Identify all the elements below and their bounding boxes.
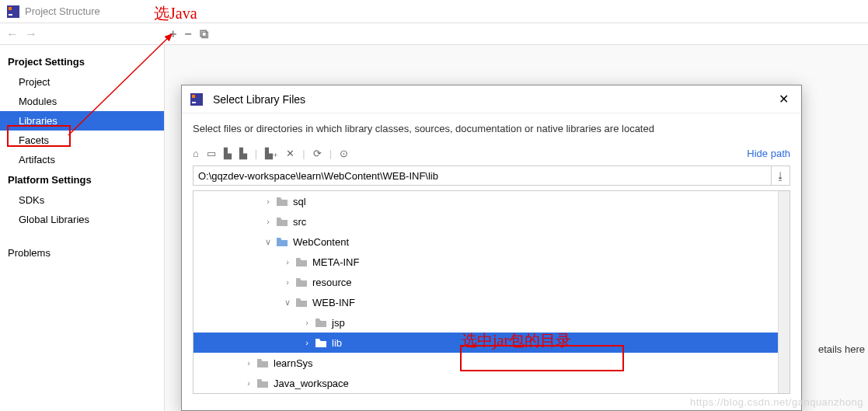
folder-icon	[256, 357, 269, 368]
sidebar-item-modules[interactable]: Modules	[0, 92, 164, 111]
library-toolbar: + − ⧉	[165, 27, 208, 41]
sidebar-item-artifacts[interactable]: Artifacts	[0, 150, 164, 169]
sidebar-item-project[interactable]: Project	[0, 72, 164, 92]
refresh-icon[interactable]: ⟳	[313, 148, 322, 159]
sidebar-item-global-libraries[interactable]: Global Libraries	[0, 210, 164, 229]
path-row: ⭳	[182, 165, 801, 186]
tree-item-meta-inf[interactable]: ›META-INF	[193, 252, 790, 272]
tree-item-src[interactable]: ›src	[193, 211, 790, 232]
chevron-right-icon[interactable]: ›	[302, 338, 312, 347]
folder-icon	[295, 297, 308, 308]
sidebar-item-facets[interactable]: Facets	[0, 131, 164, 150]
tree-item-lib[interactable]: ›lib	[193, 333, 790, 353]
tree-item-label: META-INF	[312, 256, 359, 268]
hide-path-link[interactable]: Hide path	[747, 148, 790, 159]
sidebar-item-sdks[interactable]: SDKs	[0, 190, 164, 210]
chevron-right-icon[interactable]: ›	[263, 197, 273, 206]
tree-item-label: jsp	[332, 317, 345, 329]
folder-icon	[295, 256, 308, 267]
tree-item-web-inf[interactable]: ∨WEB-INF	[193, 292, 790, 312]
module-folder-icon[interactable]: ▙	[239, 148, 247, 159]
tree-item-label: lib	[332, 337, 342, 349]
chevron-right-icon[interactable]: ›	[283, 257, 292, 266]
select-library-dialog: Select Library Files ✕ Select files or d…	[181, 85, 802, 411]
tree-item-label: Java_workspace	[274, 378, 349, 389]
folder-icon	[315, 337, 327, 348]
desktop-icon[interactable]: ▭	[207, 148, 216, 159]
chevron-down-icon[interactable]: ∨	[283, 298, 292, 308]
project-folder-icon[interactable]: ▙	[224, 148, 232, 159]
tree-item-label: src	[293, 216, 306, 228]
folder-icon	[256, 378, 269, 388]
folder-icon	[295, 277, 308, 287]
sidebar: Project Settings Project Modules Librari…	[0, 45, 165, 411]
tree-item-label: WEB-INF	[312, 297, 355, 308]
copy-button[interactable]: ⧉	[200, 27, 208, 41]
remove-button[interactable]: −	[184, 27, 191, 41]
window-titlebar: Project Structure	[0, 0, 868, 23]
watermark: https://blog.csdn.net/ganquanzhong	[690, 396, 863, 408]
tree-item-learnsys[interactable]: ›learnSys	[193, 353, 790, 373]
svg-rect-5	[192, 95, 195, 98]
path-input[interactable]	[193, 165, 772, 186]
folder-icon	[276, 216, 288, 227]
nav-row: ← → + − ⧉	[0, 23, 868, 45]
add-button[interactable]: +	[169, 27, 176, 41]
details-hint: etails here	[818, 343, 865, 355]
sidebar-heading-project: Project Settings	[0, 51, 164, 72]
history-dropdown-icon[interactable]: ⭳	[772, 165, 790, 186]
chevron-right-icon[interactable]: ›	[283, 277, 292, 287]
sidebar-item-problems[interactable]: Problems	[0, 243, 164, 263]
svg-rect-2	[9, 7, 12, 10]
tree-item-label: sql	[293, 196, 306, 207]
folder-icon	[276, 196, 288, 207]
tree-item-label: learnSys	[274, 357, 313, 369]
file-tree[interactable]: ›sql›src∨WebContent›META-INF›resource∨WE…	[193, 190, 790, 394]
folder-icon	[276, 236, 288, 247]
tree-item-label: WebContent	[293, 236, 349, 248]
tree-item-sql[interactable]: ›sql	[193, 191, 790, 211]
tree-item-java-workspace[interactable]: ›Java_workspace	[193, 373, 790, 393]
chevron-right-icon[interactable]: ›	[302, 318, 312, 327]
svg-rect-1	[9, 14, 12, 16]
dialog-instruction: Select files or directories in which lib…	[182, 113, 801, 141]
new-folder-icon[interactable]: ▙₊	[265, 148, 278, 159]
intellij-icon	[190, 93, 204, 106]
tree-item-webcontent[interactable]: ∨WebContent	[193, 232, 790, 252]
folder-icon	[315, 317, 327, 328]
window-title: Project Structure	[25, 5, 100, 17]
intellij-icon	[6, 5, 20, 18]
delete-icon[interactable]: ✕	[286, 148, 295, 159]
nav-history: ← →	[0, 27, 165, 41]
chevron-down-icon[interactable]: ∨	[263, 237, 273, 247]
tree-item-jsp[interactable]: ›jsp	[193, 312, 790, 333]
sidebar-heading-platform: Platform Settings	[0, 169, 164, 190]
chevron-right-icon[interactable]: ›	[244, 378, 253, 388]
svg-rect-4	[192, 102, 196, 103]
dialog-title: Select Library Files	[213, 93, 305, 106]
sidebar-item-libraries[interactable]: Libraries	[0, 111, 164, 131]
tree-item-label: resource	[312, 277, 352, 288]
chevron-right-icon[interactable]: ›	[263, 217, 273, 226]
dialog-header: Select Library Files ✕	[182, 85, 801, 113]
dialog-toolbar: ⌂ ▭ ▙ ▙ | ▙₊ ✕ | ⟳ | ⊙ Hide path	[182, 141, 801, 165]
tree-item-resource[interactable]: ›resource	[193, 272, 790, 292]
close-icon[interactable]: ✕	[774, 89, 793, 110]
nav-forward-icon[interactable]: →	[25, 27, 37, 41]
show-hidden-icon[interactable]: ⊙	[340, 148, 348, 159]
chevron-right-icon[interactable]: ›	[244, 358, 253, 367]
nav-back-icon[interactable]: ←	[6, 27, 19, 41]
home-icon[interactable]: ⌂	[193, 148, 199, 159]
